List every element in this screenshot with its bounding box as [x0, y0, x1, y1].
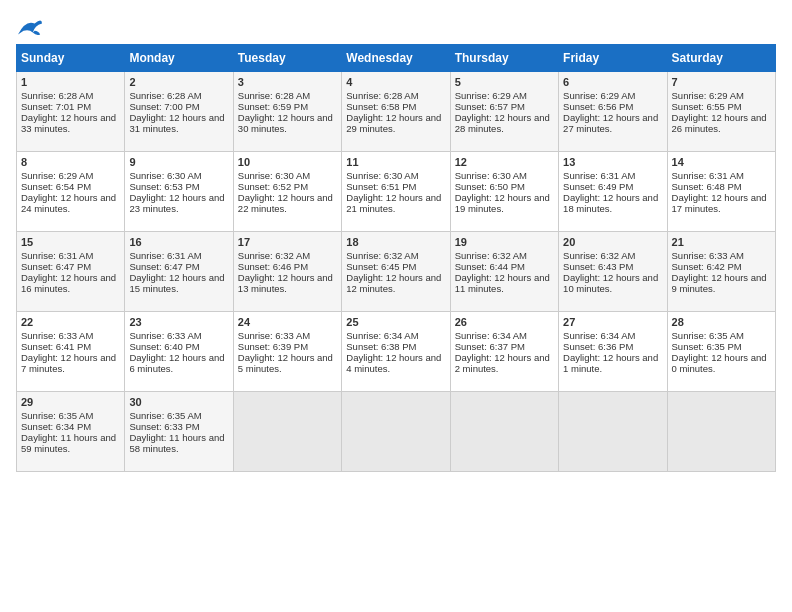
daylight-text: Daylight: 12 hours and 2 minutes. [455, 352, 550, 374]
sunrise-text: Sunrise: 6:32 AM [346, 250, 418, 261]
empty-cell [450, 392, 558, 472]
day-number: 12 [455, 156, 554, 168]
sunset-text: Sunset: 7:00 PM [129, 101, 199, 112]
day-cell-3: 3Sunrise: 6:28 AMSunset: 6:59 PMDaylight… [233, 72, 341, 152]
col-header-friday: Friday [559, 45, 667, 72]
daylight-text: Daylight: 12 hours and 13 minutes. [238, 272, 333, 294]
day-cell-7: 7Sunrise: 6:29 AMSunset: 6:55 PMDaylight… [667, 72, 775, 152]
day-cell-20: 20Sunrise: 6:32 AMSunset: 6:43 PMDayligh… [559, 232, 667, 312]
sunset-text: Sunset: 6:39 PM [238, 341, 308, 352]
sunrise-text: Sunrise: 6:29 AM [672, 90, 744, 101]
week-row-3: 15Sunrise: 6:31 AMSunset: 6:47 PMDayligh… [17, 232, 776, 312]
day-number: 27 [563, 316, 662, 328]
day-number: 4 [346, 76, 445, 88]
sunrise-text: Sunrise: 6:31 AM [563, 170, 635, 181]
day-cell-6: 6Sunrise: 6:29 AMSunset: 6:56 PMDaylight… [559, 72, 667, 152]
day-cell-11: 11Sunrise: 6:30 AMSunset: 6:51 PMDayligh… [342, 152, 450, 232]
sunrise-text: Sunrise: 6:31 AM [129, 250, 201, 261]
day-cell-23: 23Sunrise: 6:33 AMSunset: 6:40 PMDayligh… [125, 312, 233, 392]
daylight-text: Daylight: 12 hours and 4 minutes. [346, 352, 441, 374]
sunset-text: Sunset: 6:45 PM [346, 261, 416, 272]
sunset-text: Sunset: 6:59 PM [238, 101, 308, 112]
sunrise-text: Sunrise: 6:34 AM [346, 330, 418, 341]
sunrise-text: Sunrise: 6:29 AM [563, 90, 635, 101]
day-cell-1: 1Sunrise: 6:28 AMSunset: 7:01 PMDaylight… [17, 72, 125, 152]
empty-cell [342, 392, 450, 472]
sunrise-text: Sunrise: 6:28 AM [129, 90, 201, 101]
daylight-text: Daylight: 12 hours and 24 minutes. [21, 192, 116, 214]
sunrise-text: Sunrise: 6:31 AM [21, 250, 93, 261]
sunset-text: Sunset: 6:49 PM [563, 181, 633, 192]
day-cell-17: 17Sunrise: 6:32 AMSunset: 6:46 PMDayligh… [233, 232, 341, 312]
day-number: 11 [346, 156, 445, 168]
sunrise-text: Sunrise: 6:34 AM [563, 330, 635, 341]
sunrise-text: Sunrise: 6:31 AM [672, 170, 744, 181]
day-number: 30 [129, 396, 228, 408]
day-number: 21 [672, 236, 771, 248]
week-row-5: 29Sunrise: 6:35 AMSunset: 6:34 PMDayligh… [17, 392, 776, 472]
day-cell-30: 30Sunrise: 6:35 AMSunset: 6:33 PMDayligh… [125, 392, 233, 472]
sunset-text: Sunset: 6:53 PM [129, 181, 199, 192]
daylight-text: Daylight: 12 hours and 22 minutes. [238, 192, 333, 214]
sunrise-text: Sunrise: 6:33 AM [238, 330, 310, 341]
sunset-text: Sunset: 6:44 PM [455, 261, 525, 272]
sunrise-text: Sunrise: 6:30 AM [346, 170, 418, 181]
sunrise-text: Sunrise: 6:33 AM [672, 250, 744, 261]
day-cell-21: 21Sunrise: 6:33 AMSunset: 6:42 PMDayligh… [667, 232, 775, 312]
day-number: 3 [238, 76, 337, 88]
sunset-text: Sunset: 6:50 PM [455, 181, 525, 192]
sunset-text: Sunset: 6:41 PM [21, 341, 91, 352]
logo-icon [16, 16, 44, 40]
col-header-thursday: Thursday [450, 45, 558, 72]
day-number: 6 [563, 76, 662, 88]
daylight-text: Daylight: 12 hours and 23 minutes. [129, 192, 224, 214]
day-number: 18 [346, 236, 445, 248]
col-header-wednesday: Wednesday [342, 45, 450, 72]
sunrise-text: Sunrise: 6:33 AM [129, 330, 201, 341]
sunrise-text: Sunrise: 6:29 AM [455, 90, 527, 101]
day-number: 17 [238, 236, 337, 248]
day-cell-28: 28Sunrise: 6:35 AMSunset: 6:35 PMDayligh… [667, 312, 775, 392]
day-cell-4: 4Sunrise: 6:28 AMSunset: 6:58 PMDaylight… [342, 72, 450, 152]
daylight-text: Daylight: 12 hours and 9 minutes. [672, 272, 767, 294]
daylight-text: Daylight: 11 hours and 58 minutes. [129, 432, 224, 454]
sunrise-text: Sunrise: 6:30 AM [238, 170, 310, 181]
sunrise-text: Sunrise: 6:33 AM [21, 330, 93, 341]
sunset-text: Sunset: 6:47 PM [129, 261, 199, 272]
day-cell-12: 12Sunrise: 6:30 AMSunset: 6:50 PMDayligh… [450, 152, 558, 232]
day-cell-10: 10Sunrise: 6:30 AMSunset: 6:52 PMDayligh… [233, 152, 341, 232]
day-number: 5 [455, 76, 554, 88]
day-number: 15 [21, 236, 120, 248]
calendar-table: SundayMondayTuesdayWednesdayThursdayFrid… [16, 44, 776, 472]
daylight-text: Daylight: 12 hours and 17 minutes. [672, 192, 767, 214]
sunrise-text: Sunrise: 6:28 AM [21, 90, 93, 101]
sunrise-text: Sunrise: 6:32 AM [563, 250, 635, 261]
sunrise-text: Sunrise: 6:28 AM [238, 90, 310, 101]
day-number: 25 [346, 316, 445, 328]
daylight-text: Daylight: 12 hours and 27 minutes. [563, 112, 658, 134]
daylight-text: Daylight: 12 hours and 18 minutes. [563, 192, 658, 214]
sunset-text: Sunset: 6:38 PM [346, 341, 416, 352]
day-cell-26: 26Sunrise: 6:34 AMSunset: 6:37 PMDayligh… [450, 312, 558, 392]
day-number: 26 [455, 316, 554, 328]
day-cell-5: 5Sunrise: 6:29 AMSunset: 6:57 PMDaylight… [450, 72, 558, 152]
day-number: 9 [129, 156, 228, 168]
day-number: 20 [563, 236, 662, 248]
daylight-text: Daylight: 12 hours and 0 minutes. [672, 352, 767, 374]
week-row-1: 1Sunrise: 6:28 AMSunset: 7:01 PMDaylight… [17, 72, 776, 152]
day-number: 14 [672, 156, 771, 168]
col-header-tuesday: Tuesday [233, 45, 341, 72]
day-number: 28 [672, 316, 771, 328]
daylight-text: Daylight: 12 hours and 28 minutes. [455, 112, 550, 134]
sunrise-text: Sunrise: 6:32 AM [238, 250, 310, 261]
day-cell-19: 19Sunrise: 6:32 AMSunset: 6:44 PMDayligh… [450, 232, 558, 312]
daylight-text: Daylight: 12 hours and 29 minutes. [346, 112, 441, 134]
sunrise-text: Sunrise: 6:35 AM [129, 410, 201, 421]
day-cell-29: 29Sunrise: 6:35 AMSunset: 6:34 PMDayligh… [17, 392, 125, 472]
sunrise-text: Sunrise: 6:35 AM [21, 410, 93, 421]
sunrise-text: Sunrise: 6:35 AM [672, 330, 744, 341]
sunset-text: Sunset: 6:37 PM [455, 341, 525, 352]
sunrise-text: Sunrise: 6:28 AM [346, 90, 418, 101]
day-cell-15: 15Sunrise: 6:31 AMSunset: 6:47 PMDayligh… [17, 232, 125, 312]
day-number: 10 [238, 156, 337, 168]
